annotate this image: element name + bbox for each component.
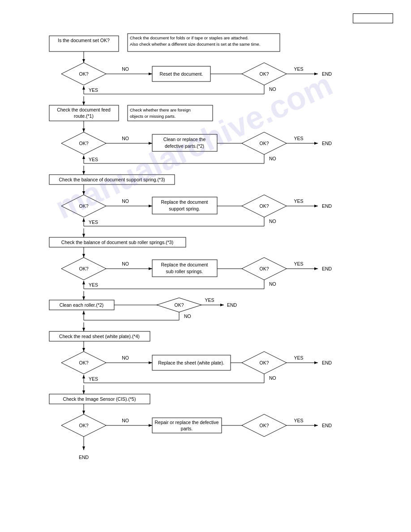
d6-yes-label: YES [294,198,303,204]
replace-sheet-text: Replace the sheet (white plate). [158,360,224,365]
clean-roller-text: Clean each roller.(*2) [60,302,104,308]
end5-text: END [227,302,237,308]
d4-no-label: NO [269,156,276,161]
replace-spring-text1: Replace the document [161,199,208,205]
replace-sub-text1: Replace the document [161,262,208,267]
check-folds-text2: Also check whether a different size docu… [130,42,260,47]
end4-text: END [322,266,332,271]
d10-no-label: NO [122,355,129,360]
d8-yes-label: YES [294,261,303,266]
replace-spring-text2: support spring. [169,206,200,211]
diamond10-label: OK? [79,360,88,365]
diamond3-label: OK? [79,141,88,146]
diamond8-label: OK? [259,266,269,271]
diamond4-label: OK? [259,141,269,146]
d3-yes-label: YES [89,157,98,162]
end7-text: END [322,423,332,428]
clean-replace-text2: defective parts.(*2) [165,143,204,149]
end3-text: END [322,203,332,209]
diamond6-label: OK? [259,203,269,209]
d2-yes-label: YES [294,66,303,72]
d5-no-label: NO [122,198,129,204]
end2-text: END [322,141,332,146]
check-feed-text1: Check the document feed [57,107,111,112]
reset-doc-text: Reset the document. [160,71,203,77]
d7-no-label: NO [122,261,129,266]
d9-no-label: NO [184,313,191,319]
d3-no-label: NO [122,136,129,141]
end-final-text: END [79,455,89,460]
diamond5-label: OK? [79,203,88,209]
d10-yes-label: YES [89,376,98,382]
d7-yes-label: YES [89,282,98,287]
check-feed-text2: route.(*1) [74,113,94,119]
check-feed-note-text1: Check whether there are foreign [130,107,191,112]
d8-no-label: NO [269,281,276,287]
diamond1-label: OK? [79,71,88,77]
d1-no-label: NO [122,66,129,72]
d1-yes-label: YES [89,87,98,93]
d12-no-label: NO [122,418,129,423]
diamond11-label: OK? [259,360,269,365]
check-feed-note-text2: objects or missing parts. [130,114,176,119]
d9-yes-label: YES [205,297,214,303]
d4-yes-label: YES [294,136,303,141]
d6-no-label: NO [269,219,276,224]
d5-yes-label: YES [89,219,98,225]
replace-sub-text2: sub roller springs. [166,269,203,274]
d11-no-label: NO [269,375,276,381]
d13-yes-label: YES [294,418,303,423]
check-cis-text: Check the Image Sensor (CIS).(*5) [63,396,136,402]
flowchart: Is the document set OK? Check the docume… [13,29,394,504]
is-doc-set-ok-text: Is the document set OK? [58,38,110,43]
diamond2-label: OK? [259,71,269,77]
check-folds-text1: Check the document for folds or if tape … [130,35,248,40]
d2-no-label: NO [269,86,276,92]
check-balance1-text: Check the balance of document support sp… [59,177,165,182]
diamond7-label: OK? [79,266,88,271]
check-balance2-text: Check the balance of document sub roller… [61,240,173,245]
check-sheet-text: Check the read sheet (white plate).(*4) [59,334,140,339]
end1-text: END [322,71,332,77]
diamond9-label: OK? [174,302,184,308]
clean-replace-text1: Clean or replace the [163,137,206,142]
diamond13-label: OK? [259,423,269,428]
d11-yes-label: YES [294,355,303,360]
page: manualarchive.com Is the document set OK… [0,0,411,532]
end6-text: END [322,360,332,365]
top-right-box [353,13,393,23]
diamond12-label: OK? [79,423,88,428]
repair-replace-text1: Repair or replace the defective [155,420,219,425]
repair-replace-text2: parts. [181,426,193,431]
